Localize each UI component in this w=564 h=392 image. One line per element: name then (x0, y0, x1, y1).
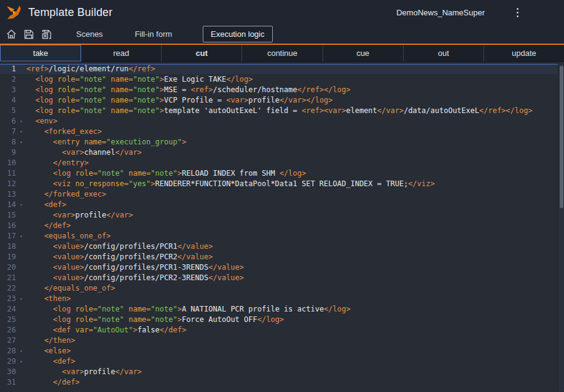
subtab-take[interactable]: take (0, 45, 81, 61)
code-text: <env> (26, 116, 564, 127)
code-text: <log role="note" name="note">MSE = <ref>… (26, 85, 564, 95)
code-line[interactable]: 31 </def> (0, 377, 564, 388)
fold-spacer (16, 189, 26, 200)
app-logo-icon (6, 5, 22, 20)
tab-scenes[interactable]: Scenes (75, 26, 104, 42)
chevron-down-icon[interactable]: ▾ (16, 231, 26, 241)
fold-spacer (16, 147, 26, 158)
subtab-cut[interactable]: cut (162, 45, 242, 61)
scrollbar-thumb[interactable] (560, 66, 563, 208)
code-line[interactable]: 15 <var>profile</var> (0, 210, 564, 221)
line-number: 26 (0, 325, 16, 335)
code-line[interactable]: 7▾ <forked_exec> (0, 127, 564, 137)
scrollbar-track[interactable] (558, 62, 564, 391)
code-text: <def> (26, 200, 564, 210)
code-line[interactable]: 5 <log role="note" name="note">template … (0, 106, 564, 116)
code-text: <then> (26, 294, 564, 304)
line-number: 13 (0, 189, 16, 200)
chevron-down-icon[interactable]: ▾ (16, 200, 26, 210)
save-as-icon[interactable] (41, 28, 53, 41)
code-text: <log role="note" name="note">Force AutoO… (26, 315, 564, 325)
line-number: 10 (0, 158, 16, 168)
save-icon[interactable] (23, 28, 35, 41)
code-line[interactable]: 23▾ <then> (0, 294, 564, 304)
subtab-read[interactable]: read (81, 45, 162, 61)
line-number: 17 (0, 231, 16, 241)
code-line[interactable]: 29▾ <def> (0, 356, 564, 367)
fold-spacer (16, 64, 26, 74)
code-line[interactable]: 22 </equals_one_of> (0, 283, 564, 294)
code-line[interactable]: 10 </entry> (0, 158, 564, 168)
line-number: 24 (0, 304, 16, 315)
chevron-down-icon[interactable]: ▾ (16, 356, 26, 367)
tab-execution-logic[interactable]: Execution logic (203, 26, 272, 42)
code-line[interactable]: 26 <def var="AutoOut">false</def> (0, 325, 564, 335)
line-number: 11 (0, 168, 16, 179)
code-line[interactable]: 27 </then> (0, 335, 564, 346)
code-line[interactable]: 13 </forked_exec> (0, 189, 564, 200)
line-number: 15 (0, 210, 16, 221)
code-text: <else> (26, 346, 564, 356)
code-editor[interactable]: 1<ref>/logic/element/run</ref>2 <log rol… (0, 62, 564, 391)
code-text: <forked_exec> (26, 127, 564, 137)
code-line[interactable]: 6▾ <env> (0, 116, 564, 127)
code-line[interactable]: 30 <var>profile</var> (0, 367, 564, 377)
code-line[interactable]: 20 <value>/config/profiles/PCR1-3RENDS</… (0, 262, 564, 273)
fold-spacer (16, 335, 26, 346)
line-number: 5 (0, 106, 16, 116)
app-header: Template Builder DemoNews_NameSuper (0, 0, 564, 25)
subtab-cue[interactable]: cue (323, 45, 404, 61)
code-text: </def> (26, 377, 564, 388)
code-line[interactable]: 9 <var>channel</var> (0, 147, 564, 158)
code-line[interactable]: 16 </def> (0, 221, 564, 231)
line-number: 9 (0, 147, 16, 158)
line-number: 27 (0, 335, 16, 346)
code-text: </entry> (26, 158, 564, 168)
page-title: Template Builder (28, 6, 112, 19)
chevron-down-icon[interactable]: ▾ (16, 346, 26, 356)
code-text: <def var="AutoOut">false</def> (26, 325, 564, 335)
code-line[interactable]: 21 <value>/config/profiles/PCR2-3RENDS</… (0, 273, 564, 283)
code-line[interactable]: 25 <log role="note" name="note">Force Au… (0, 315, 564, 325)
fold-spacer (16, 221, 26, 231)
chevron-down-icon[interactable]: ▾ (16, 127, 26, 137)
code-line[interactable]: 11 <log role="note" name="note">RELOAD I… (0, 168, 564, 179)
code-line[interactable]: 12 <viz no_response="yes">RENDERER*FUNCT… (0, 179, 564, 189)
code-line[interactable]: 17▾ <equals_one_of> (0, 231, 564, 241)
nav-tabs: ScenesFill-in formExecution logic (75, 26, 302, 42)
code-line[interactable]: 28▾ <else> (0, 346, 564, 356)
code-line[interactable]: 24 <log role="note" name="note">A NATION… (0, 304, 564, 315)
code-text: <log role="note" name="note">VCP Profile… (26, 95, 564, 106)
fold-spacer (16, 283, 26, 294)
code-text: <entry name="execution_group"> (26, 137, 564, 147)
fold-spacer (16, 273, 26, 283)
line-number: 6 (0, 116, 16, 127)
line-number: 18 (0, 241, 16, 252)
subtab-update[interactable]: update (484, 45, 564, 61)
code-line[interactable]: 19 <value>/config/profiles/PCR2</value> (0, 252, 564, 262)
subtab-continue[interactable]: continue (242, 45, 323, 61)
kebab-menu-icon[interactable] (513, 6, 522, 19)
code-line[interactable]: 8▾ <entry name="execution_group"> (0, 137, 564, 147)
code-text: <viz no_response="yes">RENDERER*FUNCTION… (26, 179, 564, 189)
code-line[interactable]: 4 <log role="note" name="note">VCP Profi… (0, 95, 564, 106)
line-number: 29 (0, 356, 16, 367)
code-line[interactable]: 18 <value>/config/profiles/PCR1</value> (0, 241, 564, 252)
profile-name: DemoNews_NameSuper (396, 8, 485, 17)
code-line[interactable]: 2 <log role="note" name="note">Exe Logic… (0, 74, 564, 85)
fold-spacer (16, 106, 26, 116)
code-text: </forked_exec> (26, 189, 564, 200)
line-number: 19 (0, 252, 16, 262)
code-line[interactable]: 1<ref>/logic/element/run</ref> (0, 64, 564, 74)
subtab-out[interactable]: out (404, 45, 484, 61)
home-icon[interactable] (5, 28, 17, 41)
code-text: <log role="note" name="note">Exe Logic T… (26, 74, 564, 85)
code-line[interactable]: 14▾ <def> (0, 200, 564, 210)
chevron-down-icon[interactable]: ▾ (16, 294, 26, 304)
code-text: <log role="note" name="note">RELOAD INDE… (26, 168, 564, 179)
chevron-down-icon[interactable]: ▾ (16, 116, 26, 127)
code-line[interactable]: 3 <log role="note" name="note">MSE = <re… (0, 85, 564, 95)
code-lines: 1<ref>/logic/element/run</ref>2 <log rol… (0, 62, 564, 388)
chevron-down-icon[interactable]: ▾ (16, 137, 26, 147)
tab-fill-in-form[interactable]: Fill-in form (133, 26, 173, 42)
